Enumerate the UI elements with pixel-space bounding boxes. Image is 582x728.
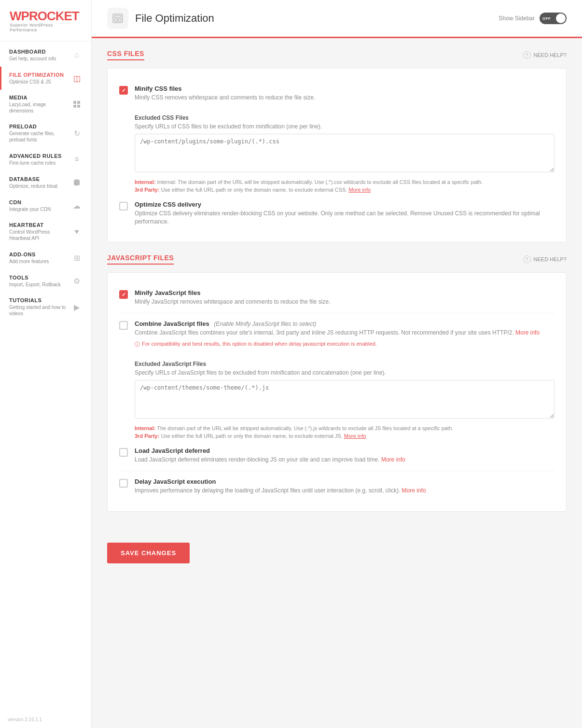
excluded-css-textarea[interactable]	[135, 134, 554, 172]
sidebar-nav: DASHBOARD Get help, account info FILE OP…	[0, 42, 91, 711]
load-deferred-option: Load JavaScript deferred Load JavaScript…	[119, 440, 554, 471]
js-section-header: JavaScript Files ? NEED HELP?	[107, 254, 567, 265]
tools-icon: ⚙	[70, 274, 83, 288]
minify-css-option: Minify CSS files Minify CSS removes whit…	[119, 78, 554, 109]
delay-js-option: Delay JavaScript execution Improves perf…	[119, 471, 554, 502]
optimize-css-title: Optimize CSS delivery	[135, 201, 554, 208]
css-card: Minify CSS files Minify CSS removes whit…	[107, 68, 567, 242]
rules-icon: ≡	[70, 153, 83, 166]
sidebar-item-heartbeat[interactable]: HEARTBEAT Control WordPress Heartbeat AP…	[0, 217, 91, 246]
logo: WPROCKET Superior WordPress Performance	[0, 0, 91, 42]
minify-css-checkbox[interactable]	[119, 86, 128, 95]
load-deferred-desc: Load JavaScript deferred eliminates rend…	[135, 456, 405, 464]
logo-wp: WP	[10, 9, 29, 23]
optimize-css-option: Optimize CSS delivery Optimize CSS deliv…	[119, 194, 554, 233]
save-changes-button[interactable]: SAVE CHANGES	[107, 543, 190, 563]
sidebar-item-database[interactable]: DATABASE Optimize, reduce bloat	[0, 171, 91, 194]
css-section-header: CSS Files ? NEED HELP?	[107, 50, 567, 60]
js-info-text: Internal: The domain part of the URL wil…	[135, 424, 554, 440]
excluded-css-label: Excluded CSS Files	[135, 114, 554, 121]
optimize-css-desc: Optimize CSS delivery eliminates render-…	[135, 210, 554, 226]
sidebar: WPROCKET Superior WordPress Performance …	[0, 0, 92, 728]
minify-css-title: Minify CSS files	[135, 85, 315, 92]
sidebar-item-add-ons[interactable]: ADD-ONS Add more features ⊞	[0, 246, 91, 269]
logo-rocket: ROCKET	[29, 9, 79, 23]
load-deferred-title: Load JavaScript deferred	[135, 447, 405, 454]
combine-js-title: Combine JavaScript files (Enable Minify …	[135, 320, 540, 327]
database-icon	[70, 176, 83, 189]
sidebar-item-dashboard[interactable]: DASHBOARD Get help, account info	[0, 43, 91, 67]
excluded-js-desc: Specify URLs of JavaScript files to be e…	[135, 369, 554, 376]
excluded-js-textarea[interactable]	[135, 380, 554, 419]
combine-js-desc: Combine JavaScript files combines your s…	[135, 329, 540, 337]
addons-icon: ⊞	[70, 251, 83, 265]
cdn-icon: ☁	[70, 199, 83, 212]
heartbeat-icon: ♥	[70, 225, 83, 238]
load-deferred-checkbox[interactable]	[119, 448, 128, 457]
css-need-help[interactable]: ? NEED HELP?	[523, 51, 567, 59]
toggle-label: OFF	[542, 16, 551, 21]
combine-js-checkbox[interactable]	[119, 321, 128, 330]
delay-js-more-info[interactable]: More info	[402, 487, 426, 494]
toggle-knob	[556, 14, 566, 23]
tutorials-icon: ▶	[70, 300, 83, 314]
sidebar-item-tools[interactable]: TOOLS Import, Export, Rollback ⚙	[0, 269, 91, 293]
combine-js-warning: ⓘ For compatibility and best results, th…	[135, 341, 540, 348]
minify-js-checkbox[interactable]	[119, 290, 128, 299]
header-right: Show Sidebar OFF	[499, 13, 567, 24]
media-icon	[70, 98, 83, 111]
sidebar-toggle[interactable]: OFF	[540, 13, 567, 24]
sidebar-item-cdn[interactable]: CDN Integrate your CDN ☁	[0, 194, 91, 217]
js-card: Minify JavaScript files Minify JavaScrip…	[107, 272, 567, 511]
logo-sub: Superior WordPress Performance	[10, 23, 82, 32]
layers-icon	[70, 71, 83, 85]
delay-js-desc: Improves performance by delaying the loa…	[135, 487, 426, 495]
home-icon	[70, 48, 83, 62]
help-icon: ?	[523, 51, 531, 59]
page-icon	[107, 8, 128, 29]
css-section-title: CSS Files	[107, 50, 144, 60]
svg-rect-3	[77, 105, 80, 108]
svg-rect-0	[73, 101, 76, 104]
delay-js-checkbox[interactable]	[119, 479, 128, 488]
js-help-icon: ?	[523, 255, 531, 263]
version-label: version 3.16.1.1	[0, 711, 91, 728]
show-sidebar-label: Show Sidebar	[499, 15, 535, 22]
svg-rect-8	[118, 19, 121, 21]
js-need-help[interactable]: ? NEED HELP?	[523, 255, 567, 263]
excluded-css-sub: Excluded CSS Files Specify URLs of CSS f…	[119, 114, 554, 194]
save-section: SAVE CHANGES	[92, 535, 582, 579]
content-area: CSS Files ? NEED HELP? Minify CSS files …	[92, 38, 582, 535]
delay-js-title: Delay JavaScript execution	[135, 478, 426, 485]
excluded-css-desc: Specify URLs of CSS files to be excluded…	[135, 123, 554, 130]
load-deferred-more-info[interactable]: More info	[381, 456, 405, 463]
minify-js-option: Minify JavaScript files Minify JavaScrip…	[119, 282, 554, 313]
excluded-js-sub: Excluded JavaScript Files Specify URLs o…	[119, 361, 554, 440]
css-more-info-link[interactable]: More info	[349, 187, 371, 193]
combine-js-option: Combine JavaScript files (Enable Minify …	[119, 313, 554, 355]
combine-js-note: (Enable Minify JavaScript files to selec…	[214, 321, 316, 327]
main-content: File Optimization Show Sidebar OFF CSS F…	[92, 0, 582, 728]
minify-js-desc: Minify JavaScript removes whitespace and…	[135, 298, 331, 306]
sidebar-item-media[interactable]: MEDIA LazyLoad, image dimensions	[0, 90, 91, 119]
page-title: File Optimization	[135, 12, 214, 25]
sidebar-item-preload[interactable]: PRELOAD Generate cache files, preload fo…	[0, 119, 91, 148]
minify-js-title: Minify JavaScript files	[135, 289, 331, 296]
sidebar-item-advanced-rules[interactable]: ADVANCED RULES Fine-tune cache rules ≡	[0, 148, 91, 171]
optimize-css-checkbox[interactable]	[119, 202, 128, 210]
excluded-js-label: Excluded JavaScript Files	[135, 361, 554, 367]
preload-icon: ↻	[70, 126, 83, 140]
js-section-title: JavaScript Files	[107, 254, 174, 265]
minify-css-desc: Minify CSS removes whitespace and commen…	[135, 94, 315, 102]
svg-rect-6	[114, 15, 121, 17]
sidebar-item-tutorials[interactable]: TUTORIALS Getting started and how to vid…	[0, 293, 91, 322]
js-more-info-link[interactable]: More info	[344, 433, 366, 439]
sidebar-item-file-optimization[interactable]: FILE OPTIMIZATION Optimize CSS & JS	[0, 67, 91, 90]
svg-rect-1	[77, 101, 80, 104]
svg-rect-2	[73, 105, 76, 108]
combine-js-more-info[interactable]: More info	[515, 329, 540, 336]
svg-rect-7	[114, 19, 117, 21]
page-header: File Optimization Show Sidebar OFF	[92, 0, 582, 38]
css-info-text: Internal: Internal: The domain part of t…	[135, 178, 554, 194]
